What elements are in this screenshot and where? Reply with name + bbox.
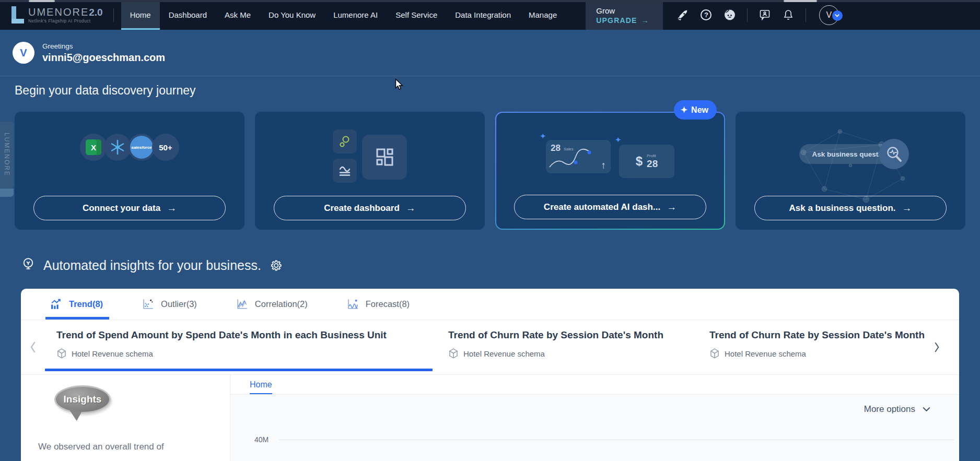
tab-trend[interactable]: Trend(8)	[50, 289, 103, 320]
upgrade-label: UPGRADE	[596, 16, 637, 25]
arrow-right-icon: →	[167, 203, 177, 214]
lumenore-logo[interactable]: UMENORE2.0 Netlink's Flagship AI Product	[0, 0, 113, 30]
forecast-chart-icon	[346, 298, 359, 311]
help-glyph: ?	[704, 11, 708, 19]
connect-your-data-button[interactable]: Connect your data →	[33, 196, 226, 220]
insights-panel: Trend(8) Outlier(3) Correlation(2) Forec…	[21, 289, 959, 461]
schema-name: Hotel Revenue schema	[725, 349, 806, 358]
nav-item-manage[interactable]: Manage	[520, 0, 566, 30]
arrow-right-icon: →	[667, 202, 676, 213]
gridline	[279, 440, 954, 440]
carousel-item-1[interactable]: Trend of Spend Amount by Spend Date's Mo…	[45, 320, 433, 374]
nav-item-do-you-know[interactable]: Do You Know	[260, 0, 324, 30]
scatter-tile-icon	[333, 129, 357, 153]
user-avatar-menu[interactable]: V	[819, 5, 839, 25]
lumenore-side-tab[interactable]: LUMENORE	[0, 122, 14, 188]
carousel-item-2[interactable]: Trend of Churn Rate by Session Date's Mo…	[437, 320, 698, 374]
nav-item-ask-me[interactable]: Ask Me	[216, 0, 260, 30]
insight-title: Trend of Churn Rate by Session Date's Mo…	[448, 329, 686, 341]
sales-mini-chart: ✦ 28 Sales ↑	[546, 140, 611, 173]
schema-name: Hotel Revenue schema	[72, 349, 153, 358]
help-icon[interactable]: ?	[700, 9, 713, 21]
insight-detail: Insights We observed an overall trend of…	[21, 375, 959, 461]
topbar-divider	[806, 8, 806, 22]
insight-carousel: Trend of Spend Amount by Spend Date's Mo…	[21, 320, 959, 375]
sparkle-icon: ✦	[681, 105, 687, 115]
create-dashboard-button[interactable]: Create dashboard →	[274, 196, 466, 220]
carousel-prev-button[interactable]	[21, 320, 45, 374]
tab-outlier[interactable]: Outlier(3)	[142, 289, 197, 320]
nav-item-dashboard[interactable]: Dashboard	[160, 0, 216, 30]
top-strip-segment	[784, 0, 817, 2]
carousel-item-3[interactable]: Trend of Churn Rate by Session Date's Mo…	[698, 320, 928, 374]
nav-item-home[interactable]: Home	[121, 0, 160, 30]
nav-item-lumenore-ai[interactable]: Lumenore AI	[324, 0, 387, 30]
carousel-next-button[interactable]	[929, 320, 944, 374]
bot-icon[interactable]	[724, 9, 736, 21]
upgrade-cta[interactable]: Grow UPGRADE →	[586, 0, 663, 30]
new-badge: ✦ New	[674, 100, 717, 120]
gear-icon[interactable]	[269, 258, 283, 273]
tab-label: Outlier(3)	[161, 299, 197, 309]
ai-dashboard-illustration: ✦ 28 Sales ↑ ✦ $ Profit	[546, 140, 674, 178]
outlier-chart-icon	[142, 298, 155, 311]
excel-icon: X	[80, 134, 107, 161]
logo-text: UMENORE2.0 Netlink's Flagship AI Product	[28, 7, 103, 23]
rocket-icon[interactable]	[676, 9, 689, 21]
create-ai-dashboard-button[interactable]: Create automated AI dash... →	[514, 195, 706, 219]
insight-type-tabs: Trend(8) Outlier(3) Correlation(2) Forec…	[21, 289, 959, 320]
notifications-icon[interactable]	[782, 9, 795, 21]
logo-version: 2.0	[89, 7, 102, 18]
logo-tagline: Netlink's Flagship AI Product	[28, 19, 103, 23]
logo-brand: UMENORE	[28, 6, 89, 18]
button-label: Ask a business question.	[789, 203, 895, 214]
y-axis-tick-label: 40M	[254, 435, 269, 444]
insight-chart-pane: Home More options 40M	[230, 375, 959, 461]
correlation-chart-icon	[236, 298, 249, 311]
nav-item-data-integration[interactable]: Data Integration	[446, 0, 520, 30]
chevron-down-icon	[832, 10, 843, 21]
insights-section-header: Automated insights for your business.	[21, 257, 283, 274]
insights-title: Automated insights for your business.	[43, 258, 261, 273]
ask-question-card: Ask business question Ask a business que…	[736, 112, 965, 230]
feedback-icon[interactable]	[759, 9, 771, 21]
insight-title: Trend of Churn Rate by Session Date's Mo…	[709, 329, 916, 341]
greeting-bar: V Greetings vinni5@goeschman.com	[0, 30, 980, 76]
nav-item-self-service[interactable]: Self Service	[387, 0, 446, 30]
topbar-divider	[747, 8, 748, 22]
greeting-label: Greetings	[42, 42, 165, 50]
profit-mini-card: ✦ $ Profit 28	[619, 145, 674, 178]
dashboard-illustration	[333, 128, 407, 183]
sparkle-icon: ✦	[615, 135, 622, 145]
side-tab-handle[interactable]	[0, 188, 14, 197]
button-label: Create dashboard	[324, 203, 400, 214]
mouse-cursor	[395, 78, 404, 91]
topbar-icon-group: ? V	[676, 0, 842, 30]
tab-forecast[interactable]: Forecast(8)	[346, 289, 410, 320]
more-connectors-badge: 50+	[152, 134, 179, 161]
tab-correlation[interactable]: Correlation(2)	[236, 289, 308, 320]
schema-cube-icon	[448, 348, 459, 359]
ask-question-pill: Ask business question	[799, 144, 902, 164]
schema-cube-icon	[709, 348, 720, 359]
upgrade-arrow-icon: →	[641, 16, 649, 25]
insights-speech-bubble: Insights	[54, 385, 111, 413]
arrow-right-icon: →	[902, 203, 912, 214]
chart-tabs-strip: Home	[230, 375, 959, 395]
arrow-right-icon: →	[406, 203, 416, 214]
top-navigation-bar: UMENORE2.0 Netlink's Flagship AI Product…	[0, 0, 980, 30]
lumenore-logo-icon	[11, 6, 25, 24]
connector-logos: X salesforce 50+	[80, 134, 179, 161]
ask-business-question-button[interactable]: Ask a business question. →	[754, 196, 947, 220]
salesforce-icon: salesforce	[128, 134, 155, 161]
tab-home[interactable]: Home	[250, 380, 272, 394]
insight-title: Trend of Spend Amount by Spend Date's Mo…	[56, 329, 421, 341]
new-badge-label: New	[691, 105, 708, 115]
trend-chart-icon	[50, 298, 63, 311]
lumenore-home-page: UMENORE2.0 Netlink's Flagship AI Product…	[0, 0, 980, 461]
snowflake-icon	[104, 134, 131, 161]
more-options-button[interactable]: More options	[864, 404, 930, 415]
sparkle-icon: ✦	[540, 132, 546, 141]
more-options-label: More options	[864, 404, 915, 415]
main-nav: Home Dashboard Ask Me Do You Know Lumeno…	[121, 0, 566, 30]
